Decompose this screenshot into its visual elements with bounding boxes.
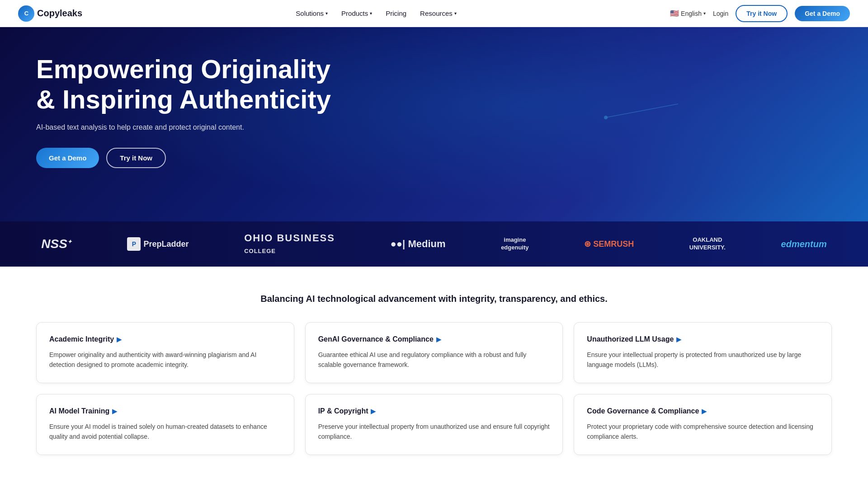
- card-desc-academic-integrity: Empower originality and authenticity wit…: [49, 350, 281, 370]
- hero-buttons: Get a Demo Try it Now: [36, 148, 443, 168]
- features-section: Balancing AI technological advancement w…: [0, 267, 868, 482]
- login-button[interactable]: Login: [713, 10, 728, 17]
- try-it-now-button[interactable]: Try it Now: [736, 5, 788, 22]
- logo-edmentum: edmentum: [781, 239, 827, 249]
- hero-subtext: AI-based text analysis to help create an…: [36, 123, 443, 131]
- card-title-code-governance: Code Governance & Compliance ▶: [587, 407, 819, 415]
- card-desc-ai-model-training: Ensure your AI model is trained solely o…: [49, 422, 281, 442]
- section-tagline: Balancing AI technological advancement w…: [36, 294, 832, 304]
- card-title-unauthorized-llm: Unauthorized LLM Usage ▶: [587, 335, 819, 343]
- language-label: English: [681, 10, 702, 17]
- card-title-ai-model-training: AI Model Training ▶: [49, 407, 281, 415]
- card-desc-genai-governance: Guarantee ethical AI use and regulatory …: [318, 350, 550, 370]
- card-arrow-icon: ▶: [117, 336, 122, 343]
- language-selector[interactable]: 🇺🇸 English ▾: [670, 9, 706, 18]
- nav-right: 🇺🇸 English ▾ Login Try it Now Get a Demo: [670, 5, 850, 22]
- hero-section: Empowering Originality & Inspiring Authe…: [0, 27, 868, 221]
- chevron-down-icon: ▾: [703, 11, 706, 16]
- chevron-down-icon: ▾: [370, 11, 372, 16]
- card-arrow-icon: ▶: [436, 336, 441, 343]
- logo-icon: C: [18, 5, 34, 22]
- partner-logos-strip: NSS✦ P PrepLadder OHIO BUSINESSCOLLEGE ●…: [0, 221, 868, 267]
- navbar: C Copyleaks Solutions ▾ Products ▾ Prici…: [0, 0, 868, 27]
- logo-imagine-edgenuity: imagineedgenuity: [501, 236, 528, 252]
- hero-try-now-button[interactable]: Try it Now: [106, 148, 166, 168]
- card-desc-ip-copyright: Preserve your intellectual property from…: [318, 422, 550, 442]
- card-arrow-icon: ▶: [702, 408, 707, 415]
- card-arrow-icon: ▶: [371, 408, 376, 415]
- card-academic-integrity: Academic Integrity ▶ Empower originality…: [36, 322, 294, 383]
- logo-oakland-university: OAKLANDUNIVERSITY.: [689, 236, 726, 252]
- get-a-demo-button[interactable]: Get a Demo: [795, 6, 850, 21]
- nav-resources[interactable]: Resources ▾: [420, 9, 457, 17]
- card-desc-unauthorized-llm: Ensure your intellectual property is pro…: [587, 350, 819, 370]
- logo-semrush: ⊛ SEMRUSH: [584, 239, 634, 249]
- card-ip-copyright: IP & Copyright ▶ Preserve your intellect…: [305, 394, 563, 455]
- svg-line-0: [606, 104, 678, 117]
- card-title-genai-governance: GenAI Governance & Compliance ▶: [318, 335, 550, 343]
- hero-heading: Empowering Originality & Inspiring Authe…: [36, 54, 443, 114]
- nav-solutions[interactable]: Solutions ▾: [296, 9, 328, 17]
- flag-icon: 🇺🇸: [670, 9, 679, 18]
- nav-links: Solutions ▾ Products ▾ Pricing Resources…: [296, 9, 456, 17]
- nav-pricing[interactable]: Pricing: [386, 9, 406, 17]
- prepladder-icon: P: [127, 237, 141, 251]
- hero-decoration: [597, 99, 687, 137]
- card-title-academic-integrity: Academic Integrity ▶: [49, 335, 281, 343]
- logo-medium: ●●| Medium: [391, 238, 446, 250]
- chevron-down-icon: ▾: [454, 11, 457, 16]
- card-arrow-icon: ▶: [676, 336, 681, 343]
- logo-text: Copyleaks: [37, 8, 82, 19]
- chevron-down-icon: ▾: [326, 11, 328, 16]
- logo-nss: NSS✦: [41, 237, 72, 251]
- card-title-ip-copyright: IP & Copyright ▶: [318, 407, 550, 415]
- svg-point-1: [604, 116, 608, 119]
- card-arrow-icon: ▶: [112, 408, 117, 415]
- logo[interactable]: C Copyleaks: [18, 5, 82, 22]
- feature-cards-grid: Academic Integrity ▶ Empower originality…: [36, 322, 832, 455]
- hero-get-demo-button[interactable]: Get a Demo: [36, 148, 99, 168]
- card-desc-code-governance: Protect your proprietary code with compr…: [587, 422, 819, 442]
- card-ai-model-training: AI Model Training ▶ Ensure your AI model…: [36, 394, 294, 455]
- logo-ohio-business: OHIO BUSINESSCOLLEGE: [244, 232, 335, 256]
- hero-content: Empowering Originality & Inspiring Authe…: [36, 54, 443, 168]
- card-unauthorized-llm: Unauthorized LLM Usage ▶ Ensure your int…: [574, 322, 832, 383]
- card-code-governance: Code Governance & Compliance ▶ Protect y…: [574, 394, 832, 455]
- card-genai-governance: GenAI Governance & Compliance ▶ Guarante…: [305, 322, 563, 383]
- nav-products[interactable]: Products ▾: [341, 9, 372, 17]
- logo-prepladder: P PrepLadder: [127, 237, 189, 251]
